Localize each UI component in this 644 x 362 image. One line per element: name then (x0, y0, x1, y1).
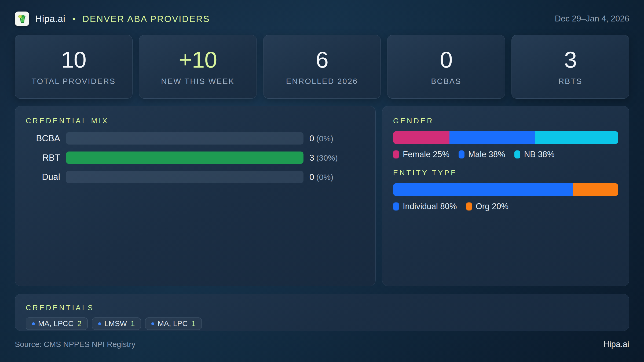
nb-swatch-icon (514, 150, 520, 158)
entity-type-legend: Individual 80% Org 20% (393, 202, 618, 211)
brand-block: Hipa.ai • DENVER ABA PROVIDERS (15, 12, 210, 26)
main-panels: CREDENTIAL MIX BCBA 0(0%) RBT 3(30%) Dua… (15, 106, 629, 286)
individual-swatch-icon (393, 202, 399, 210)
legend-item-male: Male 38% (459, 150, 505, 159)
gender-segment-female (393, 131, 449, 144)
credential-mix-title: CREDENTIAL MIX (26, 117, 365, 125)
bar-row-rbt: RBT 3(30%) (26, 152, 365, 164)
female-swatch-icon (393, 150, 399, 158)
gender-title: GENDER (393, 117, 618, 125)
stat-card-new-this-week: +10 NEW THIS WEEK (139, 35, 257, 99)
stat-label: NEW THIS WEEK (161, 77, 235, 86)
stat-label: ENROLLED 2026 (286, 77, 358, 86)
stat-card-rbts: 3 RBTS (511, 35, 629, 99)
legend-item-individual: Individual 80% (393, 202, 457, 211)
org-swatch-icon (466, 202, 472, 210)
bar-value: 0(0%) (309, 134, 333, 143)
stat-value: 6 (316, 48, 328, 71)
legend-item-female: Female 25% (393, 150, 449, 159)
credential-mix-panel: CREDENTIAL MIX BCBA 0(0%) RBT 3(30%) Dua… (15, 106, 376, 286)
demographics-panel: GENDER Female 25% Male 38% NB 38% (382, 106, 629, 286)
stat-label: TOTAL PROVIDERS (32, 77, 116, 86)
bar-track (66, 152, 303, 164)
gender-legend: Female 25% Male 38% NB 38% (393, 150, 618, 159)
credential-chip-ma-lpcc: MA, LPCC 2 (26, 317, 88, 330)
bullet-dot-icon (32, 322, 35, 325)
credentials-title: CREDENTIALS (26, 304, 618, 312)
brand-name: Hipa.ai (35, 13, 65, 24)
stat-value: +10 (179, 48, 217, 71)
mojito-glass-icon (17, 14, 27, 24)
credential-chip-lmsw: LMSW 1 (92, 317, 141, 330)
legend-item-org: Org 20% (466, 202, 508, 211)
bar-row-dual: Dual 0(0%) (26, 171, 365, 183)
stat-card-total-providers: 10 TOTAL PROVIDERS (15, 35, 133, 99)
credential-chips: MA, LPCC 2 LMSW 1 MA, LPC 1 (26, 317, 618, 330)
stat-value: 3 (564, 48, 577, 71)
bar-row-bcba: BCBA 0(0%) (26, 132, 365, 145)
legend-item-nb: NB 38% (514, 150, 555, 159)
footer-brand: Hipa.ai (603, 339, 630, 349)
stat-label: RBTS (558, 77, 582, 86)
stat-value: 10 (61, 48, 86, 71)
bar-label: Dual (26, 172, 66, 182)
gender-segment-nb (535, 131, 618, 144)
gender-stacked-bar (393, 131, 618, 144)
mojito-glass-logo-icon (15, 12, 29, 26)
dashboard: Hipa.ai • DENVER ABA PROVIDERS Dec 29–Ja… (0, 0, 644, 362)
entity-segment-org (573, 183, 618, 196)
gender-segment-male (449, 131, 535, 144)
bar-track (66, 132, 303, 145)
stat-card-enrolled-2026: 6 ENROLLED 2026 (263, 35, 381, 99)
footer: Source: CMS NPPES NPI Registry Hipa.ai (15, 339, 629, 349)
entity-type-title: ENTITY TYPE (393, 169, 618, 177)
bar-fill (66, 152, 303, 164)
date-range: Dec 29–Jan 4, 2026 (555, 14, 630, 24)
male-swatch-icon (459, 150, 464, 158)
bar-track (66, 171, 303, 183)
credential-chip-ma-lpc: MA, LPC 1 (145, 317, 202, 330)
page-title: DENVER ABA PROVIDERS (82, 14, 210, 24)
stat-value: 0 (440, 48, 452, 71)
stat-cards-row: 10 TOTAL PROVIDERS +10 NEW THIS WEEK 6 E… (15, 35, 629, 99)
bar-label: RBT (26, 153, 66, 163)
bullet-dot-icon (151, 322, 154, 325)
credentials-panel: CREDENTIALS MA, LPCC 2 LMSW 1 MA, LPC 1 (15, 294, 629, 331)
entity-type-stacked-bar (393, 183, 618, 196)
bar-label: BCBA (26, 133, 66, 143)
data-source-note: Source: CMS NPPES NPI Registry (15, 340, 136, 349)
bar-value: 3(30%) (309, 153, 338, 163)
header: Hipa.ai • DENVER ABA PROVIDERS Dec 29–Ja… (15, 10, 629, 28)
entity-segment-individual (393, 183, 573, 196)
bar-value: 0(0%) (309, 172, 333, 182)
stat-label: BCBAS (431, 77, 461, 86)
separator-dot: • (72, 14, 75, 24)
bullet-dot-icon (98, 322, 101, 325)
stat-card-bcbas: 0 BCBAS (387, 35, 505, 99)
